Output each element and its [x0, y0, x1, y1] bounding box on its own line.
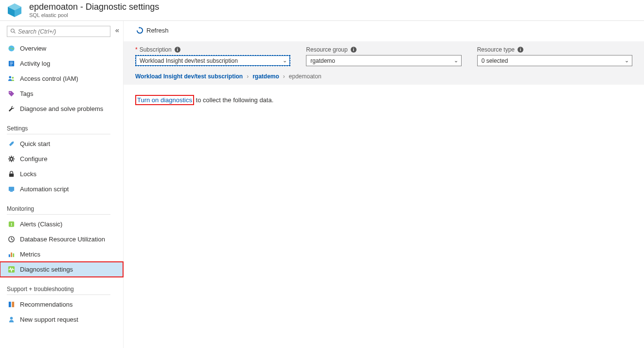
- nav-label: Automation script: [20, 185, 69, 193]
- sidebar-item-overview[interactable]: Overview: [7, 41, 123, 56]
- info-icon[interactable]: i: [518, 47, 523, 53]
- content-area: Turn on diagnostics to collect the follo…: [124, 85, 644, 115]
- svg-line-29: [12, 239, 13, 240]
- reco-icon: [8, 301, 15, 308]
- sidebar-item-access-control[interactable]: Access control (IAM): [7, 71, 123, 86]
- sidebar: « Overview Activity log Access control (…: [0, 21, 124, 348]
- nav-label: New support request: [20, 316, 78, 323]
- resource-type-value: 0 selected: [482, 57, 508, 64]
- breadcrumb-separator: ›: [283, 73, 285, 80]
- sidebar-item-recommendations[interactable]: Recommendations: [7, 297, 123, 312]
- nav-label: Activity log: [20, 60, 50, 67]
- sidebar-item-activity-log[interactable]: Activity log: [7, 56, 123, 71]
- svg-line-19: [13, 160, 14, 161]
- sidebar-item-alerts[interactable]: ! Alerts (Classic): [7, 217, 123, 232]
- svg-rect-22: [9, 174, 14, 177]
- svg-rect-35: [12, 302, 14, 307]
- subscription-label: Subscription: [140, 46, 172, 53]
- nav-label: Access control (IAM): [20, 75, 78, 82]
- svg-rect-24: [10, 191, 13, 192]
- svg-point-36: [10, 317, 13, 320]
- svg-text:!: !: [11, 222, 12, 227]
- clock-icon: [8, 236, 15, 243]
- svg-point-13: [10, 158, 13, 161]
- page-title: epdemoaton - Diagnostic settings: [29, 2, 159, 12]
- chevron-down-icon: ⌄: [454, 57, 458, 64]
- bars-icon: [8, 251, 15, 258]
- svg-marker-37: [139, 27, 140, 29]
- info-icon[interactable]: i: [175, 47, 180, 53]
- breadcrumb-subscription[interactable]: Workload Insight dev/test subscription: [135, 73, 243, 80]
- svg-rect-30: [9, 255, 10, 257]
- toolbar: Refresh: [124, 21, 644, 37]
- subscription-combo[interactable]: Workload Insight dev/test subscription ⌄: [135, 55, 290, 66]
- support-icon: [8, 316, 15, 323]
- nav-label: Configure: [20, 155, 47, 163]
- svg-line-18: [9, 157, 10, 158]
- breadcrumb: Workload Insight dev/test subscription ›…: [135, 73, 632, 80]
- nav-label: Metrics: [20, 251, 40, 258]
- elastic-pool-icon: [7, 2, 22, 18]
- info-icon[interactable]: i: [351, 47, 357, 53]
- breadcrumb-resource-group[interactable]: rgatdemo: [252, 73, 279, 80]
- sidebar-item-db-utilization[interactable]: Database Resource Utilization: [7, 232, 123, 247]
- section-header-monitoring: Monitoring: [7, 205, 110, 215]
- svg-rect-34: [9, 302, 11, 307]
- nav-label: Tags: [20, 90, 33, 97]
- refresh-label: Refresh: [146, 27, 169, 34]
- resource-type-combo[interactable]: 0 selected ⌄: [477, 55, 632, 66]
- nav-label: Database Resource Utilization: [20, 236, 105, 243]
- wrench-icon: [8, 105, 15, 112]
- iam-icon: [8, 75, 15, 82]
- svg-point-10: [9, 76, 11, 78]
- sidebar-item-new-support-request[interactable]: New support request: [7, 312, 123, 327]
- sidebar-item-locks[interactable]: Locks: [7, 166, 123, 182]
- filter-bar: * Subscription i Workload Insight dev/te…: [124, 41, 644, 85]
- sidebar-item-metrics[interactable]: Metrics: [7, 247, 123, 262]
- pulse-icon: [8, 266, 15, 273]
- script-icon: [8, 185, 15, 193]
- svg-line-20: [9, 160, 10, 161]
- nav-label: Diagnose and solve problems: [20, 105, 103, 112]
- svg-rect-32: [13, 254, 14, 257]
- refresh-button[interactable]: Refresh: [135, 26, 170, 35]
- breadcrumb-separator: ›: [247, 73, 249, 80]
- sidebar-item-automation-script[interactable]: Automation script: [7, 182, 123, 197]
- sidebar-item-diagnostic-settings[interactable]: Diagnostic settings: [0, 262, 123, 277]
- breadcrumb-current: epdemoaton: [289, 73, 322, 80]
- chevron-down-icon: ⌄: [283, 57, 287, 64]
- subscription-value: Workload Insight dev/test subscription: [140, 57, 238, 64]
- blade-header: epdemoaton - Diagnostic settings SQL ela…: [0, 0, 644, 21]
- filter-resource-type: Resource type i 0 selected ⌄: [477, 46, 632, 66]
- sidebar-item-tags[interactable]: Tags: [7, 86, 123, 101]
- filter-subscription: * Subscription i Workload Insight dev/te…: [135, 46, 290, 66]
- nav-label: Recommendations: [20, 301, 72, 308]
- resource-group-combo[interactable]: rgatdemo ⌄: [306, 55, 461, 66]
- svg-point-11: [12, 77, 14, 79]
- nav-label: Alerts (Classic): [20, 220, 62, 228]
- sidebar-search[interactable]: [7, 26, 110, 37]
- nav-label: Overview: [20, 45, 46, 52]
- required-marker: *: [135, 46, 138, 53]
- sidebar-item-configure[interactable]: Configure: [7, 151, 123, 166]
- log-icon: [8, 60, 15, 67]
- search-input[interactable]: [18, 27, 107, 36]
- sidebar-item-diagnose-solve[interactable]: Diagnose and solve problems: [7, 101, 123, 116]
- collapse-sidebar-button[interactable]: «: [115, 26, 119, 34]
- nav-label: Locks: [20, 170, 36, 178]
- svg-line-21: [13, 157, 14, 158]
- svg-line-4: [14, 32, 15, 34]
- sidebar-item-quick-start[interactable]: Quick start: [7, 136, 123, 151]
- content-tail-text: to collect the following data.: [194, 96, 273, 104]
- lock-icon: [8, 170, 15, 178]
- section-header-support: Support + troubleshooting: [7, 286, 110, 295]
- refresh-icon: [136, 27, 143, 34]
- svg-rect-31: [11, 253, 12, 257]
- nav-label: Diagnostic settings: [20, 266, 73, 273]
- svg-rect-23: [9, 187, 14, 191]
- page-subtitle: SQL elastic pool: [29, 12, 159, 18]
- section-header-settings: Settings: [7, 125, 110, 134]
- turn-on-diagnostics-link[interactable]: Turn on diagnostics: [135, 95, 194, 105]
- svg-point-12: [10, 92, 11, 93]
- gear-icon: [8, 155, 15, 163]
